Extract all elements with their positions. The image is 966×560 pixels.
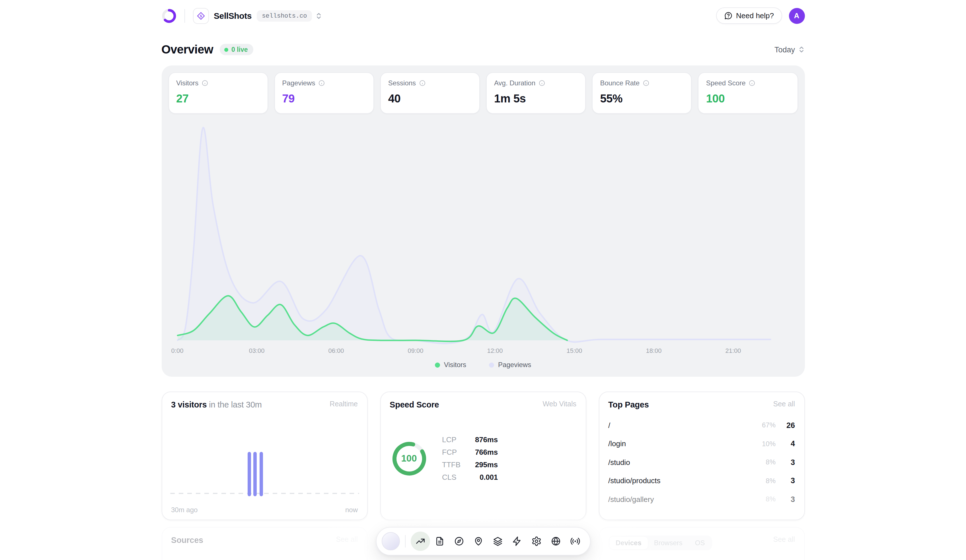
info-icon[interactable] (201, 80, 208, 87)
devices-see-all[interactable]: See all (773, 535, 795, 544)
speed-gauge: 100 (391, 440, 427, 476)
dock-trending-up-icon[interactable] (411, 532, 430, 551)
web-vitals-tag: Web Vitals (542, 400, 577, 408)
top-bar: S SellShots sellshots.co (161, 0, 805, 31)
help-icon (724, 11, 733, 20)
dock-globe-icon[interactable] (546, 532, 565, 551)
metric-lcp: LCP876ms (442, 435, 498, 444)
stat-card-pageviews[interactable]: Pageviews 79 (274, 72, 374, 114)
stat-value: 1m 5s (494, 92, 578, 105)
realtime-card: 3 visitors in the last 30m Realtime 30m … (161, 392, 368, 520)
range-chevrons-icon (798, 46, 805, 53)
realtime-tag: Realtime (330, 400, 358, 408)
stat-value: 27 (176, 92, 260, 105)
legend-visitors: Visitors (435, 361, 466, 369)
top-page-row[interactable]: /studio/products8%3 (608, 471, 795, 490)
stats-row: Visitors 27 Pageviews 79 Sessions 40 Avg… (168, 72, 798, 114)
info-icon[interactable] (419, 80, 426, 87)
stat-card-avg-duration[interactable]: Avg. Duration 1m 5s (486, 72, 586, 114)
site-logo-icon: S (193, 8, 209, 24)
web-vitals-metrics: LCP876ms FCP766ms TTFB295ms CLS0.001 (442, 435, 498, 481)
stat-label: Sessions (388, 79, 416, 87)
app-viewport: S SellShots sellshots.co (0, 0, 966, 560)
stat-value: 40 (388, 92, 472, 105)
info-icon[interactable] (642, 80, 649, 87)
stat-value: 79 (282, 92, 366, 105)
stat-label: Bounce Rate (600, 79, 639, 87)
legend-label: Pageviews (498, 361, 531, 369)
x-tick-label: 0:00 (171, 347, 184, 354)
top-page-row[interactable]: /studio/gallery8%3 (608, 490, 795, 509)
dock-radio-icon[interactable] (565, 532, 585, 551)
header-divider (184, 9, 185, 23)
site-switcher-chevrons-icon[interactable] (315, 12, 322, 19)
tab-os[interactable]: OS (689, 537, 711, 549)
speed-score-value: 100 (391, 440, 427, 476)
dock-map-pin-icon[interactable] (468, 532, 488, 551)
speed-score-card: Speed Score Web Vitals 100 LCP876ms FCP7… (380, 392, 586, 520)
dock-layers-icon[interactable] (488, 532, 507, 551)
stat-label: Pageviews (282, 79, 315, 87)
traffic-chart: 0:0003:0006:0009:0012:0015:0018:0021:00 … (168, 117, 798, 371)
legend-pageviews: Pageviews (489, 361, 531, 369)
top-pages-title: Top Pages (608, 400, 649, 409)
legend-label: Visitors (444, 361, 466, 369)
realtime-end-label: now (345, 506, 358, 514)
speed-title: Speed Score (389, 400, 439, 409)
tab-browsers[interactable]: Browsers (648, 537, 689, 549)
metric-fcp: FCP766ms (442, 448, 498, 457)
info-icon[interactable] (749, 80, 756, 87)
bottom-dock (376, 527, 590, 555)
realtime-title: 3 visitors in the last 30m (171, 400, 262, 409)
date-range-picker[interactable]: Today (774, 45, 805, 54)
dock-file-text-icon[interactable] (430, 532, 449, 551)
x-tick-label: 03:00 (249, 347, 264, 354)
help-label: Need help? (736, 11, 774, 20)
site-domain-pill[interactable]: sellshots.co (257, 10, 312, 21)
sources-card: Sources See all (161, 527, 368, 560)
need-help-button[interactable]: Need help? (716, 7, 782, 24)
stat-value: 100 (706, 92, 790, 105)
stat-card-bounce-rate[interactable]: Bounce Rate 55% (592, 72, 692, 114)
top-pages-card: Top Pages See all /67%26 /login10%4 /stu… (598, 392, 805, 520)
sources-title: Sources (171, 535, 203, 545)
x-tick-label: 12:00 (487, 347, 503, 354)
stat-card-sessions[interactable]: Sessions 40 (380, 72, 480, 114)
date-range-label: Today (774, 45, 795, 54)
user-avatar[interactable]: A (789, 8, 805, 24)
top-page-row[interactable]: /studio8%3 (608, 453, 795, 471)
top-page-row[interactable]: /login10%4 (608, 435, 795, 453)
x-tick-label: 15:00 (567, 347, 582, 354)
brand-name: SellShots (214, 11, 251, 20)
devices-card: Devices Browsers OS See all (598, 527, 805, 560)
realtime-start-label: 30m ago (171, 506, 197, 514)
dock-divider (405, 535, 405, 547)
dock-settings-icon[interactable] (527, 532, 546, 551)
top-page-row[interactable]: /67%26 (608, 416, 795, 435)
live-dot-icon (224, 48, 228, 51)
stat-label: Avg. Duration (494, 79, 536, 87)
sources-see-all[interactable]: See all (336, 535, 358, 544)
loading-spinner-icon (161, 8, 176, 23)
traffic-chart-svg (168, 117, 798, 345)
dock-compass-icon[interactable] (449, 532, 468, 551)
dock-site-avatar[interactable] (381, 532, 399, 550)
x-tick-label: 06:00 (328, 347, 344, 354)
stat-card-visitors[interactable]: Visitors 27 (168, 72, 268, 114)
metric-cls: CLS0.001 (442, 473, 498, 481)
top-pages-see-all[interactable]: See all (773, 400, 795, 408)
tab-devices[interactable]: Devices (609, 536, 648, 550)
stat-card-speed-score[interactable]: Speed Score 100 (698, 72, 798, 114)
realtime-baseline (170, 493, 359, 494)
chart-x-axis: 0:0003:0006:0009:0012:0015:0018:0021:00 (168, 347, 798, 355)
overview-panel: Visitors 27 Pageviews 79 Sessions 40 Avg… (161, 66, 805, 377)
stat-label: Speed Score (706, 79, 746, 87)
info-icon[interactable] (538, 80, 545, 87)
realtime-bar (259, 452, 263, 496)
realtime-bar (253, 452, 257, 496)
stat-value: 55% (600, 92, 683, 105)
dock-zap-icon[interactable] (507, 532, 527, 551)
visitors-dot-icon (435, 362, 440, 367)
info-icon[interactable] (318, 80, 325, 87)
pageviews-dot-icon (489, 362, 494, 367)
